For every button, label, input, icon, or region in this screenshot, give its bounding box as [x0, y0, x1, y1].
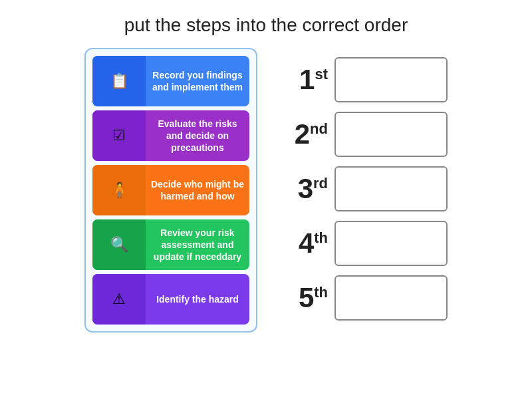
ordinal-label-5: 5th — [281, 284, 328, 312]
card-hazard-icon: ⚠ — [92, 274, 146, 325]
card-harmed-icon: 🧍 — [92, 165, 146, 215]
card-harmed-label: Decide who might be harmed and how — [146, 174, 249, 206]
ordinal-row-4: 4th — [281, 218, 448, 269]
card-hazard[interactable]: ⚠Identify the hazard — [92, 274, 249, 325]
ordinal-row-5: 5th — [281, 273, 448, 323]
drop-box-1[interactable] — [334, 57, 448, 102]
ordinal-label-1: 1st — [281, 66, 328, 94]
icon-hazard-emoji: ⚠ — [112, 292, 126, 307]
drop-box-2[interactable] — [334, 112, 448, 157]
ordinal-label-3: 3rd — [281, 175, 328, 203]
page-title: put the steps into the correct order — [0, 0, 532, 48]
icon-evaluate-emoji: ☑ — [112, 128, 126, 143]
ordinals-column: 1st2nd3rd4th5th — [281, 48, 448, 323]
card-review-label: Review your risk assessment and update i… — [146, 223, 249, 267]
ordinal-label-4: 4th — [281, 229, 328, 257]
ordinal-label-2: 2nd — [281, 120, 328, 148]
drop-box-5[interactable] — [334, 275, 448, 321]
ordinal-row-2: 2nd — [281, 109, 448, 160]
ordinal-row-3: 3rd — [281, 164, 448, 214]
icon-harmed-emoji: 🧍 — [110, 183, 128, 198]
card-review[interactable]: 🔍Review your risk assessment and update … — [92, 219, 249, 270]
card-record-icon: 📋 — [92, 56, 146, 106]
card-evaluate-icon: ☑ — [92, 110, 146, 161]
card-hazard-label: Identify the hazard — [146, 289, 249, 309]
card-record-label: Record you findings and implement them — [146, 65, 249, 97]
card-evaluate[interactable]: ☑Evaluate the risks and decide on precau… — [92, 110, 249, 161]
icon-report-emoji: 📋 — [110, 74, 128, 88]
cards-column: 📋Record you findings and implement them☑… — [84, 48, 257, 332]
ordinal-row-1: 1st — [281, 55, 448, 105]
drop-box-4[interactable] — [334, 221, 448, 266]
card-evaluate-label: Evaluate the risks and decide on precaut… — [146, 114, 249, 158]
card-review-icon: 🔍 — [92, 219, 146, 270]
drop-box-3[interactable] — [334, 166, 448, 211]
icon-review-emoji: 🔍 — [110, 237, 128, 252]
card-record[interactable]: 📋Record you findings and implement them — [92, 56, 249, 106]
card-harmed[interactable]: 🧍Decide who might be harmed and how — [92, 165, 249, 215]
